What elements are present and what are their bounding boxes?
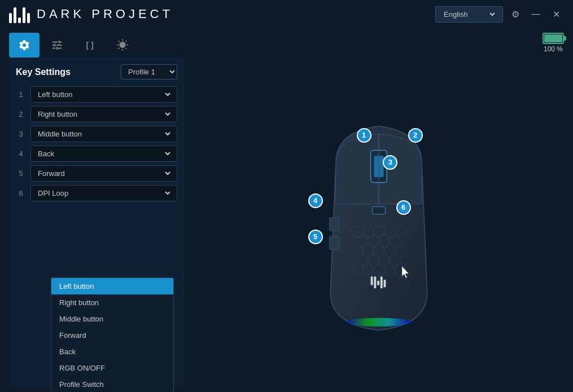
key-num-1: 1 [16, 90, 26, 99]
svg-rect-28 [374, 276, 376, 288]
mouse-illustration [305, 110, 452, 336]
key-row-3: 3 Middle buttonLeft buttonRight button [16, 126, 177, 142]
minimize-button[interactable]: — [528, 6, 544, 22]
logo-bar-5 [27, 13, 30, 23]
key-dropdown-3[interactable]: Middle buttonLeft buttonRight button [30, 126, 177, 142]
dropdown-item-back[interactable]: Back [51, 343, 173, 360]
key-row-1: 1 Left buttonRight buttonMiddle button B… [16, 86, 177, 103]
battery-percent: 100 % [544, 45, 563, 53]
svg-rect-3 [329, 236, 339, 249]
app-logo: DARK PROJECT [9, 5, 173, 23]
battery-area: 100 % [543, 33, 564, 53]
key-row-5: 5 ForwardBackLeft button [16, 165, 177, 182]
logo-icon [9, 5, 30, 23]
top-right-controls: English Deutsch Français ⚙ — ✕ [435, 6, 564, 23]
mouse-container: 1 2 3 4 5 6 [305, 110, 452, 336]
dropdown-item-label: RGB ON/OFF [59, 364, 105, 372]
dropdown-item-left-button[interactable]: Left button [51, 278, 173, 294]
key-dropdown-4[interactable]: BackForwardLeft button [30, 146, 177, 162]
mouse-badge-5: 5 [308, 230, 323, 244]
panel-title: Key Settings [16, 67, 71, 77]
tabs-row: [ ] [0, 33, 573, 58]
close-button[interactable]: ✕ [548, 6, 564, 22]
mouse-badge-4: 4 [308, 193, 323, 208]
tab-macro[interactable]: [ ] [75, 33, 105, 58]
mouse-badge-1: 1 [357, 128, 371, 143]
key-select-1[interactable]: Left buttonRight buttonMiddle button Bac… [36, 90, 172, 99]
key-dropdown-5[interactable]: ForwardBackLeft button [30, 165, 177, 182]
svg-point-32 [346, 318, 410, 326]
key-dropdown-6[interactable]: DPI LoopLeft buttonRight button [30, 185, 177, 201]
dropdown-item-label: Back [59, 347, 76, 356]
tab-lighting[interactable] [107, 33, 138, 58]
key-num-4: 4 [16, 149, 26, 158]
mouse-badge-3: 3 [383, 155, 397, 170]
key-dropdown-1[interactable]: Left buttonRight buttonMiddle button Bac… [30, 86, 177, 103]
dropdown-item-label: Right button [59, 298, 99, 307]
key-select-3[interactable]: Middle buttonLeft buttonRight button [36, 129, 172, 139]
language-dropdown[interactable]: English Deutsch Français [441, 10, 497, 19]
panel-header: Key Settings Profile 1 Profile 2 Profile… [16, 64, 177, 80]
top-bar: DARK PROJECT English Deutsch Français ⚙ … [0, 0, 573, 28]
logo-bar-2 [14, 7, 16, 23]
key-num-3: 3 [16, 130, 26, 138]
sliders-icon [51, 39, 63, 51]
key-row-2: 2 Right buttonLeft buttonMiddle button [16, 106, 177, 122]
sun-icon [116, 39, 129, 51]
key-num-2: 2 [16, 110, 26, 118]
app-title: DARK PROJECT [37, 7, 173, 21]
key-dropdown-2[interactable]: Right buttonLeft buttonMiddle button [30, 106, 177, 122]
key-select-6[interactable]: DPI LoopLeft buttonRight button [36, 188, 172, 198]
dropdown-item-middle-button[interactable]: Middle button [51, 311, 173, 327]
svg-rect-2 [329, 217, 339, 231]
key-select-5[interactable]: ForwardBackLeft button [36, 169, 172, 178]
main-content: Key Settings Profile 1 Profile 2 Profile… [0, 58, 573, 387]
battery-icon [543, 33, 564, 44]
left-panel: Key Settings Profile 1 Profile 2 Profile… [9, 58, 184, 387]
svg-rect-29 [377, 280, 379, 285]
svg-rect-31 [383, 279, 386, 287]
key-num-6: 6 [16, 189, 26, 197]
svg-rect-33 [372, 206, 385, 214]
dropdown-item-profile-switch[interactable]: Profile Switch [51, 376, 173, 392]
tab-settings[interactable] [9, 33, 40, 58]
svg-rect-27 [370, 276, 373, 285]
dropdown-item-label: Forward [59, 331, 86, 340]
logo-bar-1 [9, 13, 12, 23]
key-select-4[interactable]: BackForwardLeft button [36, 149, 172, 158]
key-row-4: 4 BackForwardLeft button [16, 146, 177, 162]
logo-bar-3 [18, 17, 21, 23]
dropdown-item-label: Profile Switch [59, 380, 104, 389]
settings-icon-btn[interactable]: ⚙ [508, 6, 523, 22]
tab-equalizer[interactable] [42, 33, 72, 58]
mouse-badge-2: 2 [408, 128, 423, 143]
dropdown-menu: Left button Right button Middle button F… [51, 278, 174, 392]
logo-bar-4 [23, 7, 25, 23]
svg-rect-30 [380, 276, 382, 288]
gear-icon [18, 39, 30, 51]
macro-label: [ ] [86, 41, 93, 50]
dropdown-item-forward[interactable]: Forward [51, 327, 173, 343]
dropdown-item-rgb[interactable]: RGB ON/OFF [51, 360, 173, 376]
key-select-2[interactable]: Right buttonLeft buttonMiddle button [36, 109, 172, 119]
key-row-6: 6 DPI LoopLeft buttonRight button [16, 185, 177, 201]
dropdown-item-right-button[interactable]: Right button [51, 294, 173, 311]
profile-dropdown[interactable]: Profile 1 Profile 2 Profile 3 [121, 64, 177, 80]
right-panel: 1 2 3 4 5 6 [193, 58, 564, 387]
battery-fill [544, 34, 562, 42]
mouse-badge-6: 6 [396, 200, 411, 215]
dropdown-item-label: Middle button [59, 315, 103, 323]
key-num-5: 5 [16, 169, 26, 178]
language-selector[interactable]: English Deutsch Français [435, 6, 503, 23]
dropdown-item-label: Left button [59, 282, 94, 290]
